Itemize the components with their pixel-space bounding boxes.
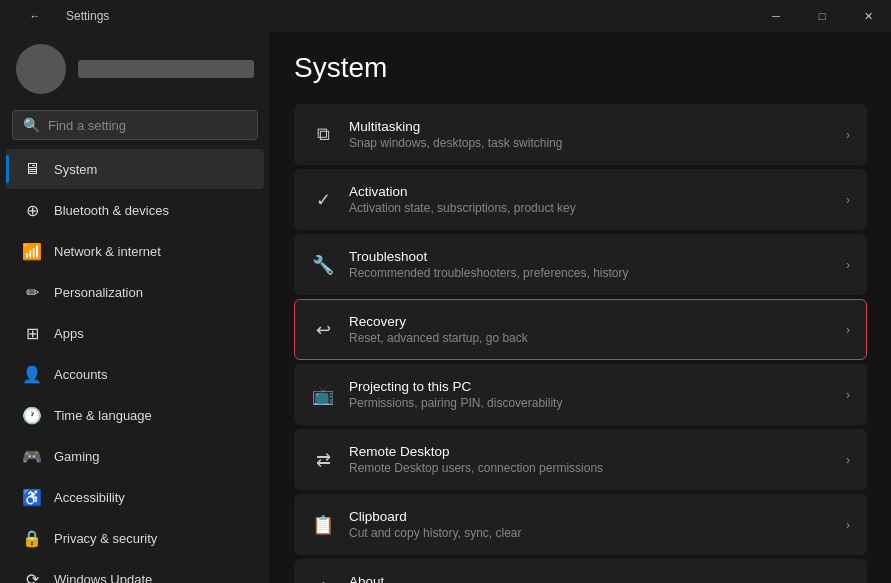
setting-desc-clipboard: Cut and copy history, sync, clear bbox=[349, 526, 832, 540]
remote-icon: ⇄ bbox=[311, 448, 335, 472]
avatar bbox=[16, 44, 66, 94]
sidebar-item-label-gaming: Gaming bbox=[54, 449, 100, 464]
user-profile[interactable] bbox=[0, 32, 270, 106]
sidebar-item-privacy[interactable]: 🔒Privacy & security bbox=[6, 518, 264, 558]
titlebar-left: ← Settings bbox=[12, 0, 109, 32]
sidebar-item-time[interactable]: 🕐Time & language bbox=[6, 395, 264, 435]
sidebar-item-gaming[interactable]: 🎮Gaming bbox=[6, 436, 264, 476]
setting-title-troubleshoot: Troubleshoot bbox=[349, 249, 832, 264]
titlebar-controls: ─ □ ✕ bbox=[753, 0, 891, 32]
setting-text-remote: Remote DesktopRemote Desktop users, conn… bbox=[349, 444, 832, 475]
accounts-icon: 👤 bbox=[22, 364, 42, 384]
setting-desc-activation: Activation state, subscriptions, product… bbox=[349, 201, 832, 215]
chevron-remote-icon: › bbox=[846, 453, 850, 467]
main-layout: 🔍 🖥System⊕Bluetooth & devices📶Network & … bbox=[0, 32, 891, 583]
sidebar-item-label-personalization: Personalization bbox=[54, 285, 143, 300]
setting-title-recovery: Recovery bbox=[349, 314, 832, 329]
sidebar-item-label-update: Windows Update bbox=[54, 572, 152, 584]
network-icon: 📶 bbox=[22, 241, 42, 261]
accessibility-icon: ♿ bbox=[22, 487, 42, 507]
setting-text-recovery: RecoveryReset, advanced startup, go back bbox=[349, 314, 832, 345]
setting-item-recovery[interactable]: ↩RecoveryReset, advanced startup, go bac… bbox=[294, 299, 867, 360]
setting-text-clipboard: ClipboardCut and copy history, sync, cle… bbox=[349, 509, 832, 540]
nav-list: 🖥System⊕Bluetooth & devices📶Network & in… bbox=[0, 148, 270, 583]
personalization-icon: ✏ bbox=[22, 282, 42, 302]
sidebar-item-system[interactable]: 🖥System bbox=[6, 149, 264, 189]
titlebar-title: Settings bbox=[66, 9, 109, 23]
user-name bbox=[78, 60, 254, 78]
search-icon: 🔍 bbox=[23, 117, 40, 133]
setting-title-projecting: Projecting to this PC bbox=[349, 379, 832, 394]
setting-text-troubleshoot: TroubleshootRecommended troubleshooters,… bbox=[349, 249, 832, 280]
time-icon: 🕐 bbox=[22, 405, 42, 425]
setting-text-multitasking: MultitaskingSnap windows, desktops, task… bbox=[349, 119, 832, 150]
setting-item-clipboard[interactable]: 📋ClipboardCut and copy history, sync, cl… bbox=[294, 494, 867, 555]
setting-title-remote: Remote Desktop bbox=[349, 444, 832, 459]
apps-icon: ⊞ bbox=[22, 323, 42, 343]
back-button[interactable]: ← bbox=[12, 0, 58, 32]
maximize-button[interactable]: □ bbox=[799, 0, 845, 32]
chevron-multitasking-icon: › bbox=[846, 128, 850, 142]
sidebar-item-label-accessibility: Accessibility bbox=[54, 490, 125, 505]
chevron-projecting-icon: › bbox=[846, 388, 850, 402]
update-icon: ⟳ bbox=[22, 569, 42, 583]
chevron-activation-icon: › bbox=[846, 193, 850, 207]
sidebar-item-label-accounts: Accounts bbox=[54, 367, 107, 382]
sidebar: 🔍 🖥System⊕Bluetooth & devices📶Network & … bbox=[0, 32, 270, 583]
setting-title-activation: Activation bbox=[349, 184, 832, 199]
setting-title-about: About bbox=[349, 574, 832, 583]
sidebar-item-bluetooth[interactable]: ⊕Bluetooth & devices bbox=[6, 190, 264, 230]
setting-title-clipboard: Clipboard bbox=[349, 509, 832, 524]
bluetooth-icon: ⊕ bbox=[22, 200, 42, 220]
clipboard-icon: 📋 bbox=[311, 513, 335, 537]
chevron-troubleshoot-icon: › bbox=[846, 258, 850, 272]
sidebar-item-apps[interactable]: ⊞Apps bbox=[6, 313, 264, 353]
search-box[interactable]: 🔍 bbox=[12, 110, 258, 140]
activation-icon: ✓ bbox=[311, 188, 335, 212]
close-button[interactable]: ✕ bbox=[845, 0, 891, 32]
sidebar-item-label-network: Network & internet bbox=[54, 244, 161, 259]
troubleshoot-icon: 🔧 bbox=[311, 253, 335, 277]
sidebar-item-label-privacy: Privacy & security bbox=[54, 531, 157, 546]
setting-desc-recovery: Reset, advanced startup, go back bbox=[349, 331, 832, 345]
setting-item-about[interactable]: ℹAboutDevice specifications, rename PC, … bbox=[294, 559, 867, 583]
page-title: System bbox=[294, 52, 867, 84]
search-input[interactable] bbox=[48, 118, 247, 133]
sidebar-item-label-time: Time & language bbox=[54, 408, 152, 423]
setting-desc-troubleshoot: Recommended troubleshooters, preferences… bbox=[349, 266, 832, 280]
setting-desc-projecting: Permissions, pairing PIN, discoverabilit… bbox=[349, 396, 832, 410]
sidebar-item-network[interactable]: 📶Network & internet bbox=[6, 231, 264, 271]
recovery-icon: ↩ bbox=[311, 318, 335, 342]
setting-desc-multitasking: Snap windows, desktops, task switching bbox=[349, 136, 832, 150]
setting-text-projecting: Projecting to this PCPermissions, pairin… bbox=[349, 379, 832, 410]
settings-list: ⧉MultitaskingSnap windows, desktops, tas… bbox=[294, 104, 867, 583]
sidebar-item-accounts[interactable]: 👤Accounts bbox=[6, 354, 264, 394]
sidebar-item-update[interactable]: ⟳Windows Update bbox=[6, 559, 264, 583]
setting-item-activation[interactable]: ✓ActivationActivation state, subscriptio… bbox=[294, 169, 867, 230]
setting-text-activation: ActivationActivation state, subscription… bbox=[349, 184, 832, 215]
about-icon: ℹ bbox=[311, 578, 335, 584]
sidebar-item-label-system: System bbox=[54, 162, 97, 177]
setting-item-projecting[interactable]: 📺Projecting to this PCPermissions, pairi… bbox=[294, 364, 867, 425]
setting-title-multitasking: Multitasking bbox=[349, 119, 832, 134]
minimize-button[interactable]: ─ bbox=[753, 0, 799, 32]
sidebar-item-label-apps: Apps bbox=[54, 326, 84, 341]
multitasking-icon: ⧉ bbox=[311, 123, 335, 147]
chevron-recovery-icon: › bbox=[846, 323, 850, 337]
privacy-icon: 🔒 bbox=[22, 528, 42, 548]
setting-item-multitasking[interactable]: ⧉MultitaskingSnap windows, desktops, tas… bbox=[294, 104, 867, 165]
chevron-clipboard-icon: › bbox=[846, 518, 850, 532]
setting-item-troubleshoot[interactable]: 🔧TroubleshootRecommended troubleshooters… bbox=[294, 234, 867, 295]
projecting-icon: 📺 bbox=[311, 383, 335, 407]
setting-text-about: AboutDevice specifications, rename PC, W… bbox=[349, 574, 832, 583]
titlebar: ← Settings ─ □ ✕ bbox=[0, 0, 891, 32]
setting-item-remote[interactable]: ⇄Remote DesktopRemote Desktop users, con… bbox=[294, 429, 867, 490]
content-area: System ⧉MultitaskingSnap windows, deskto… bbox=[270, 32, 891, 583]
sidebar-item-personalization[interactable]: ✏Personalization bbox=[6, 272, 264, 312]
gaming-icon: 🎮 bbox=[22, 446, 42, 466]
sidebar-item-label-bluetooth: Bluetooth & devices bbox=[54, 203, 169, 218]
system-icon: 🖥 bbox=[22, 159, 42, 179]
setting-desc-remote: Remote Desktop users, connection permiss… bbox=[349, 461, 832, 475]
sidebar-item-accessibility[interactable]: ♿Accessibility bbox=[6, 477, 264, 517]
